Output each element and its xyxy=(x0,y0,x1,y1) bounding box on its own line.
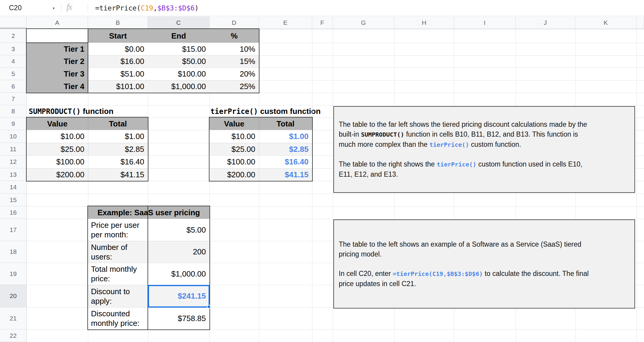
row-header-15[interactable]: 15 xyxy=(0,194,27,206)
column-header-D[interactable]: D xyxy=(209,16,259,29)
row-header-8[interactable]: 8 xyxy=(0,105,27,117)
formula-input[interactable]: =tierPrice(C19,$B$3:$D$6) xyxy=(95,0,634,16)
gridline-vertical xyxy=(259,29,259,342)
column-header-A[interactable]: A xyxy=(27,16,88,29)
tierprice-table-value-row12[interactable]: $100.00 xyxy=(209,155,259,168)
cell-C18[interactable]: 200 xyxy=(148,241,209,263)
cell-C19[interactable]: $1,000.00 xyxy=(148,263,209,285)
sumproduct-table-total-row11[interactable]: $2.85 xyxy=(88,143,148,155)
cell-B4[interactable]: $16.00 xyxy=(88,55,148,68)
row-header-3[interactable]: 3 xyxy=(0,43,27,55)
tierprice-table-value-row11[interactable]: $25.00 xyxy=(209,143,259,155)
fill-handle[interactable] xyxy=(207,305,211,309)
column-header-J[interactable]: J xyxy=(516,16,575,29)
cell-D8-tierprice-title[interactable]: tierPrice() custom function xyxy=(210,105,321,117)
cell-C4[interactable]: $50.00 xyxy=(148,55,209,68)
tierprice-table-value-row10[interactable]: $10.00 xyxy=(209,130,259,143)
tierprice-table-header-value[interactable]: Value xyxy=(209,117,259,130)
name-box-dropdown-icon[interactable]: ▾ xyxy=(53,6,55,10)
cell-B19[interactable]: Total monthly price: xyxy=(88,263,148,285)
row-header-13[interactable]: 13 xyxy=(0,168,27,181)
cell-B16-saas-title[interactable]: Example: SaaS user pricing xyxy=(88,206,209,219)
cell-name-box[interactable]: C20 xyxy=(0,0,61,16)
row-header-12[interactable]: 12 xyxy=(0,155,27,168)
note-box-sumproduct-vs-tierprice[interactable]: The table to the far left shows the tier… xyxy=(333,106,635,193)
tierprice-table-value-row13[interactable]: $200.00 xyxy=(209,168,259,181)
row-header-10[interactable]: 10 xyxy=(0,130,27,143)
cell-C5[interactable]: $100.00 xyxy=(148,68,209,80)
cell-A6[interactable]: Tier 4 xyxy=(27,80,88,93)
column-header-E[interactable]: E xyxy=(259,16,312,29)
sumproduct-table-header-value[interactable]: Value xyxy=(27,117,88,130)
row-header-20[interactable]: 20 xyxy=(0,285,27,307)
tierprice-table-total-row11[interactable]: $2.85 xyxy=(259,143,312,155)
sumproduct-table-value-row12[interactable]: $100.00 xyxy=(27,155,88,168)
table-gridline xyxy=(27,143,148,143)
tierprice-table-total-row10[interactable]: $1.00 xyxy=(259,130,312,143)
tierprice-table-header-total[interactable]: Total xyxy=(259,117,312,130)
tierprice-table-total-row13[interactable]: $41.15 xyxy=(259,168,312,181)
cell-B18[interactable]: Number of users: xyxy=(88,241,148,263)
row-header-22[interactable]: 22 xyxy=(0,329,27,342)
row-header-5[interactable]: 5 xyxy=(0,68,27,80)
cell-C21[interactable]: $758.85 xyxy=(148,307,209,329)
note-box-saas-instructions[interactable]: The table to the left shows an example o… xyxy=(333,219,635,309)
row-header-17[interactable]: 17 xyxy=(0,219,27,241)
cell-B2[interactable]: Start xyxy=(88,29,148,43)
row-header-18[interactable]: 18 xyxy=(0,241,27,263)
row-header-16[interactable]: 16 xyxy=(0,206,27,219)
row-header-21[interactable]: 21 xyxy=(0,307,27,329)
cell-A2[interactable] xyxy=(27,29,88,43)
cell-B21[interactable]: Discounted monthly price: xyxy=(88,307,148,329)
sumproduct-table-value-row10[interactable]: $10.00 xyxy=(27,130,88,143)
cell-B17[interactable]: Price per user per month: xyxy=(88,219,148,241)
row-header-19[interactable]: 19 xyxy=(0,263,27,285)
cell-A8-sumproduct-title[interactable]: SUMPRODUCT() function xyxy=(29,105,113,117)
cell-A4[interactable]: Tier 2 xyxy=(27,55,88,68)
cell-D5[interactable]: 20% xyxy=(209,68,259,80)
column-header-partial[interactable] xyxy=(637,16,644,29)
column-header-G[interactable]: G xyxy=(333,16,394,29)
row-header-11[interactable]: 11 xyxy=(0,143,27,155)
code-span: , xyxy=(153,4,157,12)
sumproduct-table-header-total[interactable]: Total xyxy=(88,117,148,130)
cell-D4[interactable]: 15% xyxy=(209,55,259,68)
sumproduct-table-value-row11[interactable]: $25.00 xyxy=(27,143,88,155)
sumproduct-table-value-row13[interactable]: $200.00 xyxy=(27,168,88,181)
cell-B5[interactable]: $51.00 xyxy=(88,68,148,80)
column-header-K[interactable]: K xyxy=(575,16,637,29)
column-header-B[interactable]: B xyxy=(88,16,148,29)
note-paragraph: The table to the right shows the tierPri… xyxy=(339,159,630,179)
column-header-F[interactable]: F xyxy=(312,16,333,29)
sumproduct-table-total-row10[interactable]: $1.00 xyxy=(88,130,148,143)
cell-D3[interactable]: 10% xyxy=(209,43,259,55)
tierprice-title-code: tierPrice() xyxy=(210,107,258,116)
column-header-C[interactable]: C xyxy=(148,16,209,29)
gridline-horizontal xyxy=(27,93,644,93)
cell-C3[interactable]: $15.00 xyxy=(148,43,209,55)
cell-B3[interactable]: $0.00 xyxy=(88,43,148,55)
row-header-2[interactable]: 2 xyxy=(0,29,27,43)
select-all-corner[interactable] xyxy=(0,16,27,29)
cell-A3[interactable]: Tier 1 xyxy=(27,43,88,55)
table-gridline xyxy=(209,143,312,143)
cell-B6[interactable]: $101.00 xyxy=(88,80,148,93)
text-span: The table to the right shows the xyxy=(339,160,437,168)
cell-C2[interactable]: End xyxy=(148,29,209,43)
cell-C17[interactable]: $5.00 xyxy=(148,219,209,241)
row-header-7[interactable]: 7 xyxy=(0,93,27,105)
row-header-4[interactable]: 4 xyxy=(0,55,27,68)
sumproduct-table-total-row12[interactable]: $16.40 xyxy=(88,155,148,168)
cell-B20[interactable]: Discount to apply: xyxy=(88,285,148,307)
column-header-H[interactable]: H xyxy=(394,16,454,29)
cell-C6[interactable]: $1,000.00 xyxy=(148,80,209,93)
sumproduct-table-total-row13[interactable]: $41.15 xyxy=(88,168,148,181)
row-header-9[interactable]: 9 xyxy=(0,117,27,130)
row-header-6[interactable]: 6 xyxy=(0,80,27,93)
row-header-14[interactable]: 14 xyxy=(0,181,27,194)
cell-D2[interactable]: % xyxy=(209,29,259,43)
cell-D6[interactable]: 25% xyxy=(209,80,259,93)
cell-A5[interactable]: Tier 3 xyxy=(27,68,88,80)
column-header-I[interactable]: I xyxy=(454,16,516,29)
tierprice-table-total-row12[interactable]: $16.40 xyxy=(259,155,312,168)
